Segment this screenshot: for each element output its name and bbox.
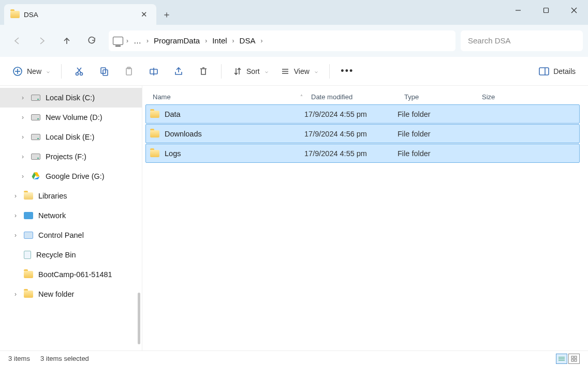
folder-icon <box>10 11 20 18</box>
drive-icon <box>31 134 40 140</box>
search-box[interactable] <box>461 30 583 51</box>
breadcrumb-intel[interactable]: Intel <box>210 36 229 45</box>
details-pane-icon <box>539 67 549 75</box>
sidebar-label: Google Drive (G:) <box>46 172 105 180</box>
chevron-right-icon: › <box>260 37 262 44</box>
chevron-right-icon[interactable]: › <box>20 133 26 141</box>
folder-icon <box>24 291 33 298</box>
sidebar-label: BootCamp-061-51481 <box>38 270 112 279</box>
titlebar: DSA ✕ ＋ <box>0 0 588 25</box>
cell-name: Logs <box>165 149 181 158</box>
tab-dsa[interactable]: DSA ✕ <box>4 4 156 25</box>
sidebar-label: Projects (F:) <box>46 152 86 161</box>
breadcrumb-programdata[interactable]: ProgramData <box>152 36 202 45</box>
close-tab-button[interactable]: ✕ <box>138 8 150 21</box>
sidebar-item-local-disk-e[interactable]: ›Local Disk (E:) <box>0 127 142 147</box>
back-button[interactable] <box>5 30 29 51</box>
sort-indicator-icon: ˄ <box>300 94 303 100</box>
up-button[interactable] <box>55 30 79 51</box>
drive-icon <box>31 154 40 160</box>
sidebar-item-control-panel[interactable]: ›Control Panel <box>0 225 142 245</box>
search-input[interactable] <box>468 36 576 45</box>
share-button[interactable] <box>167 62 190 81</box>
paste-icon <box>124 66 134 77</box>
sort-button[interactable]: Sort ⌵ <box>228 62 273 81</box>
status-selected: 3 items selected <box>40 355 89 362</box>
forward-button[interactable] <box>30 30 54 51</box>
refresh-button[interactable] <box>80 30 104 51</box>
minimize-button[interactable] <box>504 0 532 21</box>
rename-icon <box>149 66 159 77</box>
sidebar-item-recycle-bin[interactable]: ›Recycle Bin <box>0 245 142 265</box>
maximize-button[interactable] <box>532 0 560 21</box>
scrollbar-thumb[interactable] <box>138 293 140 344</box>
column-header-type[interactable]: Type <box>404 93 482 101</box>
sidebar-item-local-disk-c[interactable]: ›Local Disk (C:) <box>0 88 142 108</box>
sidebar: ›Local Disk (C:) ›New Volume (D:) ›Local… <box>0 86 142 350</box>
sidebar-label: Control Panel <box>38 231 84 239</box>
chevron-down-icon: ⌵ <box>47 68 50 74</box>
cell-date: 17/9/2024 4:56 pm <box>304 130 398 138</box>
sidebar-item-network[interactable]: ›Network <box>0 206 142 225</box>
svg-point-7 <box>76 72 79 75</box>
chevron-right-icon[interactable]: › <box>12 192 19 200</box>
sidebar-item-libraries[interactable]: ›Libraries <box>0 186 142 206</box>
copy-icon <box>99 66 109 77</box>
file-row[interactable]: Logs 17/9/2024 4:55 pm File folder <box>145 144 580 163</box>
toolbar: New ⌵ Sort ⌵ View ⌵ ••• Details <box>0 57 588 86</box>
chevron-right-icon[interactable]: › <box>20 153 26 160</box>
new-button[interactable]: New ⌵ <box>7 62 55 81</box>
cut-button[interactable] <box>68 62 91 81</box>
control-panel-icon <box>24 232 33 239</box>
thumbnails-view-toggle[interactable] <box>568 354 580 364</box>
paste-button[interactable] <box>117 62 140 81</box>
sidebar-label: New Volume (D:) <box>46 113 102 121</box>
chevron-right-icon[interactable]: › <box>20 94 26 101</box>
view-button[interactable]: View ⌵ <box>275 62 323 81</box>
address-bar[interactable]: › … › ProgramData › Intel › DSA › <box>109 30 455 51</box>
folder-icon <box>150 130 159 138</box>
view-label: View <box>294 67 310 75</box>
sidebar-item-bootcamp[interactable]: ›BootCamp-061-51481 <box>0 265 142 284</box>
sidebar-item-google-drive-g[interactable]: ›Google Drive (G:) <box>0 166 142 186</box>
svg-rect-13 <box>126 68 131 75</box>
column-header-size[interactable]: Size <box>482 93 523 101</box>
svg-rect-20 <box>539 68 549 75</box>
file-row[interactable]: Data 17/9/2024 4:55 pm File folder <box>145 104 580 124</box>
chevron-right-icon[interactable]: › <box>12 212 19 219</box>
column-header-name[interactable]: Name˄ <box>153 93 311 101</box>
sidebar-label: Recycle Bin <box>36 251 76 259</box>
details-view-toggle[interactable] <box>556 354 567 364</box>
column-header-date[interactable]: Date modified <box>311 93 404 101</box>
sidebar-item-projects-f[interactable]: ›Projects (F:) <box>0 147 142 166</box>
chevron-right-icon[interactable]: › <box>12 291 19 298</box>
sidebar-label: Local Disk (E:) <box>46 133 94 141</box>
chevron-right-icon[interactable]: › <box>20 114 26 121</box>
new-tab-button[interactable]: ＋ <box>156 4 177 25</box>
sidebar-item-new-volume-d[interactable]: ›New Volume (D:) <box>0 108 142 127</box>
separator <box>221 64 222 79</box>
rename-button[interactable] <box>142 62 165 81</box>
list-icon <box>281 67 290 76</box>
view-toggles <box>556 354 580 364</box>
plus-circle-icon <box>12 66 23 77</box>
svg-rect-26 <box>575 356 577 358</box>
drive-icon <box>31 114 40 120</box>
breadcrumb-dsa[interactable]: DSA <box>238 36 258 45</box>
chevron-down-icon: ⌵ <box>265 68 268 74</box>
details-pane-button[interactable]: Details <box>534 62 581 81</box>
file-row[interactable]: Downloads 17/9/2024 4:56 pm File folder <box>145 124 580 143</box>
svg-rect-25 <box>571 356 574 358</box>
chevron-right-icon[interactable]: › <box>12 232 19 239</box>
separator <box>61 64 62 79</box>
recycle-bin-icon <box>24 251 31 259</box>
chevron-right-icon[interactable]: › <box>20 173 26 180</box>
close-window-button[interactable] <box>560 0 588 21</box>
delete-button[interactable] <box>192 62 215 81</box>
content-area: Name˄ Date modified Type Size Data 17/9/… <box>142 86 588 350</box>
breadcrumb-ellipsis[interactable]: … <box>131 36 143 45</box>
svg-point-8 <box>80 72 83 75</box>
sidebar-item-new-folder[interactable]: ›New folder <box>0 284 142 304</box>
copy-button[interactable] <box>93 62 115 81</box>
more-button[interactable]: ••• <box>336 62 359 81</box>
